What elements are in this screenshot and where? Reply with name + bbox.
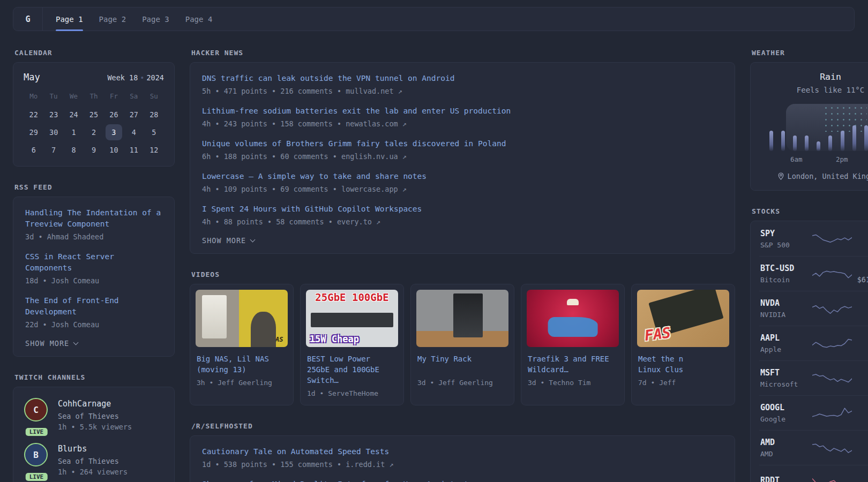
video-card[interactable]: Traefik 3 and FREE Wildcard… 3d • Techno… [521, 284, 625, 405]
video-title[interactable]: BEST Low Power 25GbE and 100GbE Switch… [307, 353, 397, 386]
weather-hourly-chart: 12° [768, 104, 868, 151]
calendar-day: 12 [146, 142, 162, 158]
feed-item-meta: 18d • Josh Comeau [25, 276, 162, 286]
page-tab[interactable]: Page 3 [142, 7, 169, 31]
weather-bars: 12° [768, 104, 868, 151]
feed-item-title[interactable]: Handling The Indentation of a Treeview C… [25, 207, 162, 230]
page-tab[interactable]: Page 1 [56, 7, 83, 31]
weather-bar [805, 135, 809, 151]
stock-values: +6.87% $184.91 [852, 334, 868, 353]
page-tab[interactable]: Page 4 [185, 7, 213, 31]
twitch-channel-name[interactable]: Blurbs [58, 444, 128, 454]
feed-item-title[interactable]: CSS in React Server Components [25, 251, 162, 274]
video-thumbnail[interactable]: LIL NAS [196, 290, 288, 347]
reddit-section: /R/SELFHOSTED Cautionary Tale on Automat… [190, 422, 735, 482]
video-thumbnail[interactable]: FAS [637, 290, 729, 347]
twitch-channel-name[interactable]: CohhCarnage [58, 399, 132, 409]
twitch-meta: 1h • 5.5k viewers [58, 422, 132, 432]
video-meta: 3d • Jeff Geerling [417, 379, 507, 387]
stock-change: +6.87% [852, 334, 868, 342]
feed-item: CSS in React Server Components 18d • Jos… [25, 251, 162, 286]
video-thumbnail[interactable] [527, 290, 619, 347]
video-thumbnail[interactable]: 25GbE 100GbE15W Cheap [306, 290, 398, 347]
video-card[interactable]: FAS Meet the n Linux Clus 7d • Jeff [631, 284, 735, 405]
stocks-widget: SPY S&P 500 +1.29% $511.57 BTC-USD Bitco… [750, 221, 868, 482]
calendar-weekday: Th [84, 89, 103, 106]
stock-row[interactable]: AMD AMD +2.94% $150.45 [759, 430, 868, 465]
video-title[interactable]: Traefik 3 and FREE Wildcard… [528, 353, 618, 375]
stock-name: Apple [760, 345, 812, 353]
twitch-channel-row[interactable]: B LIVE Blurbs Sea of Thieves 1h • 264 vi… [24, 443, 163, 477]
stock-price: $184.91 [852, 345, 868, 353]
show-more-label: SHOW MORE [25, 339, 69, 348]
videos-section: VIDEOS LIL NAS Big NAS, Lil NAS (moving … [190, 270, 735, 405]
calendar-day: 30 [45, 124, 62, 140]
weather-section: WEATHER Rain Feels like 11°C 12° 6am2pm1… [750, 49, 868, 191]
video-title[interactable]: Meet the n Linux Clus [638, 353, 728, 375]
feed-item-title[interactable]: I Spent 24 Hours with GitHub Copilot Wor… [202, 204, 723, 215]
video-meta: 3d • Techno Tim [528, 379, 618, 387]
weather-location: London, United Kingdom [788, 172, 868, 180]
dashboard-columns: CALENDAR May Week 18•2024 MoTuWeThFrSaSu… [13, 49, 855, 482]
calendar-month: May [24, 72, 40, 82]
right-column: WEATHER Rain Feels like 11°C 12° 6am2pm1… [750, 49, 868, 482]
weather-feels-like: Feels like 11°C [760, 86, 868, 94]
stock-row[interactable]: SPY S&P 500 +1.29% $511.57 [759, 222, 868, 256]
stock-row[interactable]: MSFT Microsoft +2.16% $406.43 [759, 360, 868, 395]
stock-ticker: MSFT [760, 368, 812, 378]
stock-sparkline [812, 230, 852, 248]
stock-row[interactable]: BTC-USD Bitcoin +4.40% $61,725.48 [759, 256, 868, 291]
weather-bar [817, 141, 820, 151]
stock-row[interactable]: RDDT -1.65% [759, 465, 868, 482]
feed-item-title[interactable]: Showcase of my Mixed Reality Interface f… [202, 479, 723, 482]
stock-values: +3.52% $888.40 [852, 299, 868, 319]
feed-item-title[interactable]: Lowercase – A simple way to take and sha… [202, 171, 723, 182]
weather-condition: Rain [760, 72, 868, 82]
hackernews-show-more-button[interactable]: SHOW MORE [202, 236, 255, 245]
feed-item-title[interactable]: Unique volumes of Brothers Grimm fairy t… [202, 138, 723, 149]
hackernews-section: HACKER NEWS DNS traffic can leak outside… [190, 49, 735, 254]
stock-values: +2.16% $406.43 [852, 368, 868, 388]
stock-sparkline [812, 404, 852, 422]
feed-item-title[interactable]: The End of Front-End Development [25, 295, 162, 318]
calendar-day: 25 [85, 107, 102, 123]
feed-item-meta: 6h • 188 points • 60 comments • english.… [202, 152, 723, 162]
video-card[interactable]: My Tiny Rack 3d • Jeff Geerling [410, 284, 514, 405]
stock-price: $166.78 [852, 415, 868, 423]
stock-row[interactable]: AAPL Apple +6.87% $184.91 [759, 326, 868, 360]
calendar-week-info: Week 18•2024 [107, 73, 164, 82]
thumbnail-text-overlay: 15W Cheap [310, 334, 359, 344]
calendar-weekday: We [64, 89, 84, 106]
feed-item-meta: 4h • 243 points • 158 comments • newatla… [202, 119, 723, 129]
weather-bar [841, 131, 844, 151]
stock-name: S&P 500 [760, 241, 812, 249]
video-title[interactable]: My Tiny Rack [417, 353, 507, 375]
twitch-game: Sea of Thieves [58, 411, 132, 421]
video-card[interactable]: 25GbE 100GbE15W Cheap BEST Low Power 25G… [300, 284, 404, 405]
stock-labels: AAPL Apple [760, 333, 812, 353]
app-logo: G [13, 7, 43, 31]
calendar-day: 8 [65, 142, 82, 158]
rss-show-more-button[interactable]: SHOW MORE [25, 339, 78, 348]
feed-item-title[interactable]: Lithium-free sodium batteries exit the l… [202, 106, 723, 117]
feed-item: Lithium-free sodium batteries exit the l… [202, 106, 723, 129]
calendar-day: 23 [45, 107, 62, 123]
videos-row: LIL NAS Big NAS, Lil NAS (moving 13) 3h … [190, 284, 735, 405]
video-title[interactable]: Big NAS, Lil NAS (moving 13) [197, 353, 287, 375]
middle-column: HACKER NEWS DNS traffic can leak outside… [190, 49, 735, 482]
rss-section-label: RSS FEED [14, 183, 175, 191]
weather-bar [781, 131, 785, 151]
stock-sparkline [812, 369, 852, 387]
feed-item-title[interactable]: Cautionary Tale on Automated Speed Tests [202, 446, 723, 457]
page-tab[interactable]: Page 2 [99, 7, 126, 31]
twitch-channel-row[interactable]: C LIVE CohhCarnage Sea of Thieves 1h • 5… [24, 398, 163, 432]
stock-name: Google [760, 415, 812, 423]
stock-row[interactable]: GOOGL Google +0.10% $166.78 [759, 395, 868, 430]
feed-item-title[interactable]: DNS traffic can leak outside the VPN tun… [202, 73, 723, 84]
video-thumbnail[interactable] [416, 290, 508, 347]
video-card[interactable]: LIL NAS Big NAS, Lil NAS (moving 13) 3h … [190, 284, 294, 405]
stock-row[interactable]: NVDA NVIDIA +3.52% $888.40 [759, 291, 868, 326]
stock-sparkline [812, 265, 852, 283]
stock-ticker: AAPL [760, 333, 812, 343]
stock-change: +4.40% [852, 264, 868, 273]
